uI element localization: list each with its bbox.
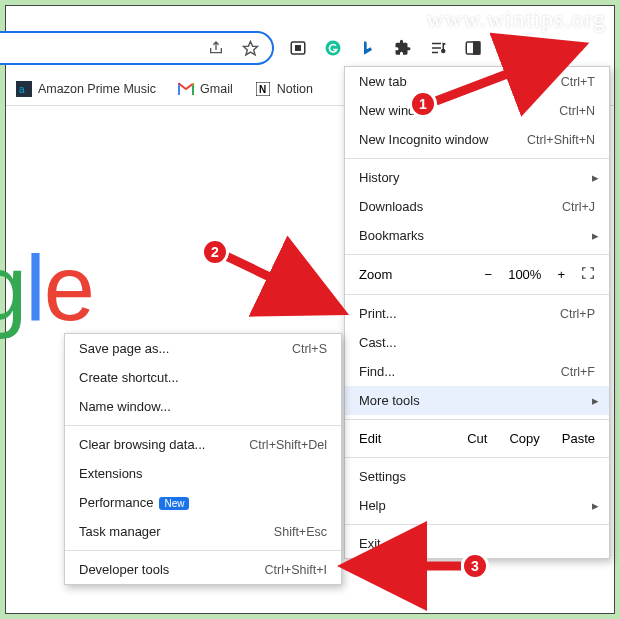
zoom-label: Zoom (359, 267, 465, 282)
chrome-main-menu: New tabCtrl+T New windowCtrl+N New Incog… (344, 66, 610, 559)
music-icon[interactable] (428, 38, 448, 58)
svg-rect-2 (295, 45, 301, 51)
callout-2: 2 (201, 238, 229, 266)
svg-rect-6 (474, 42, 480, 54)
menu-find[interactable]: Find...Ctrl+F (345, 357, 609, 386)
address-bar[interactable] (0, 31, 274, 65)
watermark-text: www.wintips.org (426, 6, 606, 33)
bookmark-star-icon[interactable] (240, 38, 260, 58)
svg-point-3 (326, 41, 341, 56)
callout-1: 1 (409, 90, 437, 118)
submenu-clear-browsing-data[interactable]: Clear browsing data...Ctrl+Shift+Del (65, 430, 341, 459)
menu-downloads[interactable]: DownloadsCtrl+J (345, 192, 609, 221)
reader-mode-icon[interactable] (288, 38, 308, 58)
profile-avatar[interactable] (498, 37, 520, 59)
zoom-value: 100% (508, 267, 541, 282)
more-tools-submenu: Save page as...Ctrl+S Create shortcut...… (64, 333, 342, 585)
grammarly-icon[interactable] (323, 38, 343, 58)
chrome-menu-button[interactable] (535, 39, 555, 57)
amazon-music-icon: a (16, 81, 32, 97)
screenshot-frame: a Amazon Prime Music Gmail N Notion gle … (5, 5, 615, 614)
callout-3: 3 (461, 552, 489, 580)
menu-print[interactable]: Print...Ctrl+P (345, 299, 609, 328)
fullscreen-icon[interactable] (581, 266, 595, 283)
menu-more-tools[interactable]: More tools (345, 386, 609, 415)
zoom-out-button[interactable]: − (485, 267, 493, 282)
menu-cast[interactable]: Cast... (345, 328, 609, 357)
menu-bookmarks[interactable]: Bookmarks (345, 221, 609, 250)
bookmark-notion[interactable]: N Notion (255, 81, 313, 97)
submenu-extensions[interactable]: Extensions (65, 459, 341, 488)
menu-new-tab[interactable]: New tabCtrl+T (345, 67, 609, 96)
svg-text:a: a (19, 84, 25, 95)
menu-history[interactable]: History (345, 163, 609, 192)
bookmark-label: Notion (277, 82, 313, 96)
menu-zoom: Zoom − 100% + (345, 259, 609, 290)
submenu-developer-tools[interactable]: Developer toolsCtrl+Shift+I (65, 555, 341, 584)
gmail-icon (178, 81, 194, 97)
menu-new-window[interactable]: New windowCtrl+N (345, 96, 609, 125)
bookmark-gmail[interactable]: Gmail (178, 81, 233, 97)
share-icon[interactable] (206, 38, 226, 58)
submenu-save-page[interactable]: Save page as...Ctrl+S (65, 334, 341, 363)
extensions-puzzle-icon[interactable] (393, 38, 413, 58)
bookmark-label: Gmail (200, 82, 233, 96)
menu-settings[interactable]: Settings (345, 462, 609, 491)
bookmark-label: Amazon Prime Music (38, 82, 156, 96)
edit-copy[interactable]: Copy (509, 431, 539, 446)
svg-marker-0 (243, 41, 257, 54)
browser-toolbar (6, 28, 614, 68)
edit-label: Edit (359, 431, 445, 446)
submenu-name-window[interactable]: Name window... (65, 392, 341, 421)
submenu-performance[interactable]: PerformanceNew (65, 488, 341, 517)
edit-paste[interactable]: Paste (562, 431, 595, 446)
menu-edit-row: Edit Cut Copy Paste (345, 424, 609, 453)
menu-help[interactable]: Help (345, 491, 609, 520)
bing-icon[interactable] (358, 38, 378, 58)
notion-icon: N (255, 81, 271, 97)
svg-point-4 (442, 50, 445, 53)
google-logo-partial: gle (0, 236, 93, 341)
submenu-create-shortcut[interactable]: Create shortcut... (65, 363, 341, 392)
zoom-in-button[interactable]: + (557, 267, 565, 282)
menu-incognito[interactable]: New Incognito windowCtrl+Shift+N (345, 125, 609, 154)
edit-cut[interactable]: Cut (467, 431, 487, 446)
bookmark-amazon-prime-music[interactable]: a Amazon Prime Music (16, 81, 156, 97)
svg-text:N: N (259, 84, 266, 95)
submenu-task-manager[interactable]: Task managerShift+Esc (65, 517, 341, 546)
extension-icons (288, 37, 555, 59)
new-badge: New (159, 497, 189, 510)
sidepanel-icon[interactable] (463, 38, 483, 58)
